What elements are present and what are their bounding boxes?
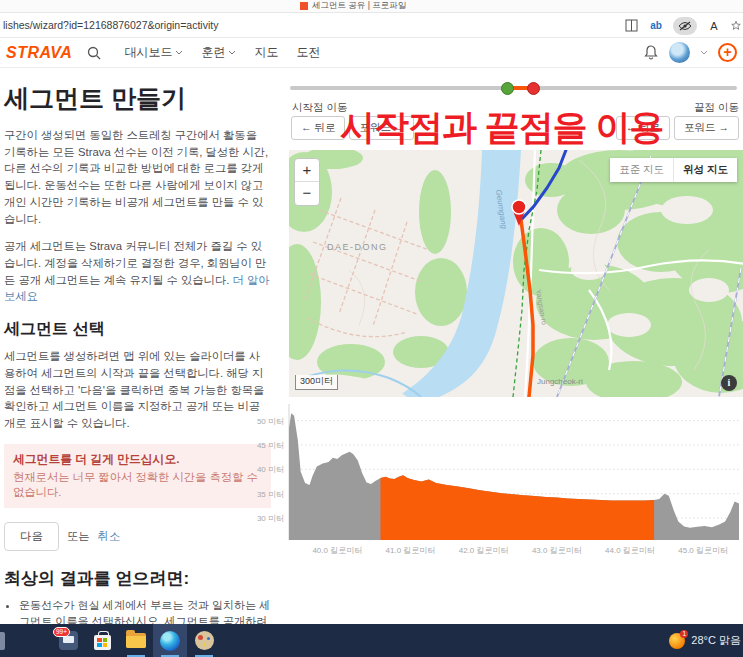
segment-too-short-warning: 세그먼트를 더 길게 만드십시오. 현재로서는 너무 짧아서 정확한 시간을 측…: [4, 444, 271, 508]
taskbar-kakaotalk-icon[interactable]: 99+: [51, 624, 85, 657]
split-screen-icon[interactable]: [623, 18, 639, 34]
svg-text:45 미터: 45 미터: [257, 441, 284, 450]
user-avatar[interactable]: [669, 42, 690, 63]
start-back-button[interactable]: ← 뒤로: [291, 116, 345, 140]
weather-sun-icon: 1: [669, 633, 685, 649]
chevron-down-icon: [175, 50, 183, 55]
strava-header: STRAVA 대시보드 훈련 지도 도전 +: [0, 38, 743, 68]
nav-dashboard[interactable]: 대시보드: [124, 44, 183, 61]
read-aloud-icon[interactable]: A: [706, 18, 722, 34]
hide-eye-icon[interactable]: [673, 17, 697, 35]
zoom-out-button[interactable]: −: [295, 182, 319, 205]
intro-paragraph-2: 공개 세그먼트는 Strava 커뮤니티 전체가 즐길 수 있습니다. 계정을 …: [4, 238, 271, 305]
start-point-handle[interactable]: [501, 82, 514, 95]
weather-text: 28°C 맑음: [691, 633, 741, 648]
address-url[interactable]: lishes/wizard?id=12168876027&origin=acti…: [3, 19, 218, 31]
chevron-down-icon: [228, 50, 236, 55]
cancel-link[interactable]: 취소: [98, 529, 121, 544]
add-activity-button[interactable]: +: [718, 43, 737, 62]
search-icon[interactable]: [86, 45, 102, 61]
nav-training[interactable]: 훈련: [201, 44, 236, 61]
map-label-town: DAE-DONG: [327, 242, 388, 252]
weather-alert-badge: 1: [680, 630, 688, 638]
strava-logo[interactable]: STRAVA: [6, 44, 72, 62]
end-move-label: 끝점 이동: [694, 101, 739, 115]
map-graphics: DAE-DONG Jungcheok-ri Geumgang Yangsan-r…: [289, 150, 743, 397]
main-nav: 대시보드 훈련 지도 도전: [124, 44, 320, 61]
intro-paragraph-1: 구간이 생성되면 동일한 스트레칭 구간에서 활동을 기록하는 모든 Strav…: [4, 127, 271, 227]
svg-text:42.0 킬로미터: 42.0 킬로미터: [459, 546, 509, 555]
strava-favicon: [300, 2, 308, 10]
browser-tab-strip: 세그먼트 공유 | 프로파일: [0, 0, 743, 13]
next-button[interactable]: 다음: [4, 522, 59, 551]
taskbar-partial-icon[interactable]: [0, 632, 5, 650]
warning-title: 세그먼트를 더 길게 만드십시오.: [13, 452, 262, 468]
svg-text:45.0 킬로미터: 45.0 킬로미터: [678, 546, 728, 555]
taskbar-paint-icon[interactable]: [187, 624, 221, 657]
segment-editor-panel: 시작점 이동 끝점 이동 ← 뒤로 포워드 → ← 뒤로 포워드 → 시작점과 …: [287, 68, 743, 624]
segment-range-slider-zone: 시작점 이동 끝점 이동 ← 뒤로 포워드 → ← 뒤로 포워드 → 시작점과 …: [287, 68, 743, 150]
or-text: 또는: [67, 529, 90, 544]
elevation-profile-section: 50 미터45 미터40 미터35 미터30 미터40.0 킬로미터41.0 킬…: [287, 400, 743, 580]
favorites-star-icon[interactable]: [731, 18, 741, 34]
taskbar-file-explorer-icon[interactable]: [119, 624, 153, 657]
select-segment-heading: 세그먼트 선택: [4, 319, 271, 340]
warning-body: 현재로서는 너무 짧아서 정확한 시간을 측정할 수 없습니다.: [13, 470, 262, 500]
translate-icon[interactable]: ab: [648, 18, 664, 34]
red-annotation-text: 시작점과 끝점을 이용: [340, 104, 663, 151]
zoom-in-button[interactable]: +: [295, 159, 319, 182]
map-zoom-control: + −: [294, 158, 320, 206]
nav-challenges[interactable]: 도전: [296, 44, 320, 61]
browser-toolbar: lishes/wizard?id=12168876027&origin=acti…: [0, 13, 743, 38]
nav-maps[interactable]: 지도: [254, 44, 278, 61]
map-label-village: Jungcheok-ri: [537, 377, 583, 386]
svg-text:44.0 킬로미터: 44.0 킬로미터: [605, 546, 655, 555]
taskbar-edge-icon[interactable]: [153, 624, 187, 657]
satellite-map-button[interactable]: 위성 지도: [674, 158, 737, 182]
chevron-down-icon[interactable]: [700, 50, 708, 55]
svg-text:43.0 킬로미터: 43.0 킬로미터: [532, 546, 582, 555]
standard-map-button[interactable]: 표준 지도: [610, 158, 674, 182]
notifications-bell-icon[interactable]: [643, 45, 659, 61]
browser-tab-title[interactable]: 세그먼트 공유 | 프로파일: [312, 0, 406, 12]
best-results-heading: 최상의 결과를 얻으려면:: [4, 567, 271, 590]
svg-text:40.0 킬로미터: 40.0 킬로미터: [312, 546, 362, 555]
taskbar-weather-widget[interactable]: 1 28°C 맑음: [669, 624, 741, 657]
map-attribution-info-icon[interactable]: i: [721, 375, 737, 391]
svg-text:35 미터: 35 미터: [257, 490, 284, 499]
map-scale: 300미터: [295, 375, 338, 390]
windows-taskbar: 99+ 1 28°C 맑음: [0, 624, 743, 657]
end-point-handle[interactable]: [527, 82, 540, 95]
svg-text:41.0 킬로미터: 41.0 킬로미터: [386, 546, 436, 555]
unread-badge: 99+: [53, 627, 70, 637]
svg-text:30 미터: 30 미터: [257, 514, 284, 523]
page-title: 세그먼트 만들기: [4, 82, 271, 115]
end-forward-button[interactable]: 포워드 →: [674, 116, 739, 140]
taskbar-microsoft-store-icon[interactable]: [85, 624, 119, 657]
select-segment-body: 세그먼트를 생성하려면 맵 위에 있는 슬라이더를 사용하여 세그먼트의 시작과…: [4, 348, 271, 432]
map-canvas[interactable]: DAE-DONG Jungcheok-ri Geumgang Yangsan-r…: [289, 150, 743, 397]
svg-text:40 미터: 40 미터: [257, 465, 284, 474]
svg-text:50 미터: 50 미터: [257, 417, 284, 426]
elevation-chart: 50 미터45 미터40 미터35 미터30 미터40.0 킬로미터41.0 킬…: [243, 400, 743, 568]
